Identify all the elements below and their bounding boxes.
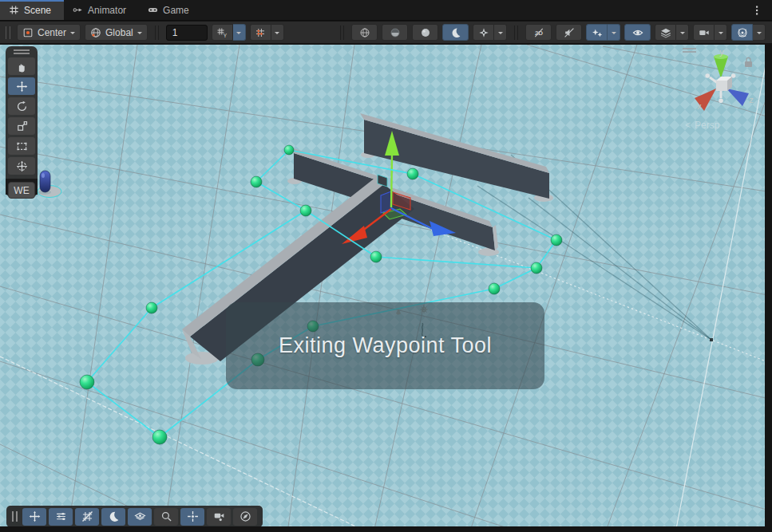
camera-view-icon: [213, 510, 225, 522]
overlay-drag-handle[interactable]: [14, 49, 30, 54]
notification-toast: Exiting Waypoint Tool: [226, 302, 544, 389]
scale-tool-icon: [16, 120, 28, 132]
ground-plane[interactable]: [0, 45, 765, 526]
orientation-label: Global: [105, 27, 133, 38]
tab-animator[interactable]: Animator: [64, 0, 139, 20]
layers-dropdown[interactable]: [676, 24, 689, 41]
gamepad-icon: [148, 5, 158, 15]
scene-render: [0, 45, 765, 526]
toolbar-drag-handle[interactable]: [6, 26, 10, 39]
chevron-down-icon: [70, 32, 75, 37]
agent-highlight: [42, 173, 45, 178]
search-button[interactable]: [154, 508, 178, 526]
rect-tool-icon: [16, 140, 28, 152]
layers-icon: [660, 27, 671, 38]
center-view-icon: [187, 510, 199, 522]
camera-view-button[interactable]: [207, 508, 231, 526]
waypoint-editor-button[interactable]: WE: [8, 182, 35, 199]
center-view-button[interactable]: [180, 508, 204, 526]
vanishing-point: [710, 338, 713, 341]
scene-grid-icon: [9, 5, 19, 15]
persp-arrow: <: [685, 120, 691, 131]
increment-snap-button[interactable]: [250, 24, 271, 41]
overflow-menu-button[interactable]: [751, 0, 772, 20]
increment-snap-dropdown[interactable]: [271, 24, 284, 41]
effects-visibility-button[interactable]: [586, 24, 608, 41]
chevron-down-icon: [719, 32, 723, 37]
view-mode-label[interactable]: < Persp: [685, 120, 719, 131]
chevron-down-icon: [236, 32, 241, 37]
pivot-center-icon: [22, 27, 34, 38]
grid-increment-snap-icon: [255, 27, 266, 38]
orientation-dropdown[interactable]: Global: [85, 24, 148, 41]
grid-size-field[interactable]: [166, 25, 208, 41]
agent-capsule[interactable]: [40, 171, 50, 192]
effects-visibility-dropdown[interactable]: [608, 24, 620, 41]
shading-shaded-button[interactable]: [412, 24, 438, 41]
persp-text: Persp: [695, 120, 719, 131]
pivot-mode-dropdown[interactable]: Center: [17, 24, 81, 41]
camera-settings-button[interactable]: [693, 24, 715, 41]
search-icon: [160, 510, 172, 522]
chevron-down-icon: [612, 32, 616, 37]
overlay-drag-handle[interactable]: [12, 511, 18, 522]
scene-lighting-toggle[interactable]: [442, 24, 469, 41]
animator-state-icon: [73, 5, 83, 15]
gizmo-axis-y[interactable]: [391, 154, 392, 207]
tab-scene[interactable]: Scene: [0, 0, 64, 20]
tab-bar: Scene Animator Game: [0, 0, 772, 21]
shaded-sphere-icon: [420, 27, 431, 38]
chevron-down-icon: [757, 32, 762, 37]
scale-tool-button[interactable]: [8, 117, 35, 135]
hand-tool-button[interactable]: [8, 57, 35, 75]
orbit-gizmo-icon: [737, 27, 748, 38]
rect-tool-button[interactable]: [8, 137, 35, 155]
shading-wireframe-button[interactable]: [351, 24, 378, 41]
crescent-moon-icon: [450, 27, 461, 38]
gizmos-dropdown[interactable]: [753, 24, 766, 41]
wireframe-sphere-icon: [359, 27, 370, 38]
chevron-down-icon: [275, 32, 279, 37]
chevron-down-icon: [498, 32, 503, 37]
tab-animator-label: Animator: [88, 5, 126, 16]
shading-shaded-wireframe-button[interactable]: [382, 24, 408, 41]
move-view-button[interactable]: [22, 508, 46, 526]
tab-game[interactable]: Game: [139, 0, 202, 20]
gizmos-button[interactable]: [731, 24, 753, 41]
pivot-mode-label: Center: [38, 27, 66, 38]
rotate-tool-button[interactable]: [8, 97, 35, 115]
scene-visibility-toggle[interactable]: [624, 24, 651, 41]
rotate-tool-icon: [16, 100, 28, 112]
transform-tool-icon: [16, 160, 28, 172]
sliders-button[interactable]: [49, 508, 73, 526]
tab-game-label: Game: [163, 5, 189, 16]
chevron-down-icon: [137, 32, 142, 37]
transform-tool-button[interactable]: [8, 157, 35, 175]
audio-toggle[interactable]: [556, 24, 582, 41]
sliders-icon: [55, 510, 67, 522]
move-view-icon: [29, 510, 41, 522]
camera-settings-dropdown[interactable]: [715, 24, 727, 41]
move-tool-button[interactable]: [8, 77, 35, 95]
move-tool-icon: [16, 81, 28, 93]
2d-mode-toggle[interactable]: 2D: [525, 24, 552, 41]
layers-visibility-button[interactable]: [128, 508, 152, 526]
scene-effects-dropdown[interactable]: [494, 24, 507, 41]
compass-icon: [240, 510, 251, 522]
grid-visibility-button[interactable]: [75, 508, 99, 526]
scene-effects-button[interactable]: [473, 24, 494, 41]
grid-snap-dropdown[interactable]: [233, 24, 246, 41]
toolbar-divider: [514, 26, 518, 40]
flare-icon: [478, 27, 489, 38]
lighting-toggle-button[interactable]: [101, 508, 125, 526]
layers-button[interactable]: [655, 24, 676, 41]
scene-viewport[interactable]: Exiting Waypoint Tool yxz WM WE: [0, 45, 765, 526]
kebab-menu-icon: [751, 5, 762, 16]
chevron-down-icon: [680, 32, 685, 37]
tab-scene-label: Scene: [24, 5, 51, 16]
tools-overlay: WM: [6, 46, 38, 197]
scene-toolbar: Center Global Y: [0, 22, 772, 44]
svg-text:Y: Y: [224, 33, 228, 38]
compass-button[interactable]: [233, 508, 257, 526]
grid-snap-button[interactable]: Y: [212, 24, 233, 41]
